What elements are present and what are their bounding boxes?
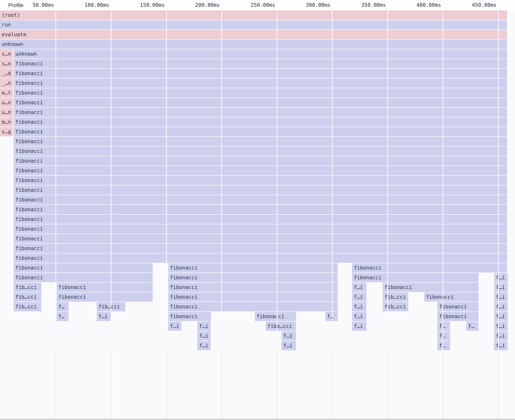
frame-bar[interactable]: f…i — [494, 322, 508, 331]
frame-bar[interactable]: f…i — [494, 331, 508, 341]
frame-bar[interactable]: f…i — [352, 312, 366, 321]
frame-bar[interactable]: fibonacci — [168, 273, 338, 282]
frame-bar[interactable]: fibonacci — [437, 302, 479, 311]
frame-bar[interactable]: e…t — [0, 88, 13, 97]
frame-bar[interactable]: fibonacci — [14, 79, 507, 88]
frame-bar[interactable]: fibonacci — [14, 254, 507, 263]
frame-bar[interactable]: u…n — [0, 108, 13, 117]
frame-bar[interactable]: f…i — [197, 341, 211, 350]
timeline-header: Profile 50.00ms100.00ms150.00ms200.00ms2… — [0, 0, 515, 10]
frame-bar[interactable]: f…i — [352, 292, 366, 302]
frame-bar[interactable]: fibonacci — [14, 156, 507, 166]
frame-bar[interactable]: fibonacci — [14, 88, 507, 97]
frame-bar[interactable]: s…g — [0, 127, 13, 136]
frame-bar[interactable]: (root) — [0, 10, 507, 20]
frame-bar[interactable]: fib…cci — [14, 283, 41, 292]
frame-bar[interactable]: fibonacci — [57, 292, 153, 302]
axis-tick-label: 50.00ms — [32, 0, 54, 10]
frame-bar[interactable]: f…i — [352, 302, 366, 311]
frame-bar[interactable]: fibonacci — [168, 312, 211, 321]
frame-bar[interactable]: f… — [437, 341, 450, 350]
frame-bar[interactable]: _…n — [0, 79, 13, 88]
frame-bar[interactable]: f…i — [352, 322, 366, 331]
frame-bar[interactable]: m…n — [0, 117, 13, 127]
frame-bar[interactable]: fibonacci — [168, 302, 338, 311]
frame-bar[interactable]: fibonacci — [168, 292, 338, 302]
frame-bar[interactable]: f…i — [494, 341, 508, 350]
frame-bar[interactable]: fib…cci — [383, 292, 408, 302]
frame-bar[interactable]: f…i — [282, 331, 296, 341]
frame-bar[interactable]: fibonacci — [424, 292, 479, 302]
frame-bar[interactable]: f…i — [494, 312, 508, 321]
axis-tick-label: 250.00ms — [251, 0, 275, 10]
frame-bar[interactable]: fibonacci — [14, 98, 507, 107]
frame-bar[interactable]: fib…cci — [97, 302, 125, 311]
frame-bar[interactable]: f…i — [494, 283, 508, 292]
horizontal-scrollbar[interactable] — [0, 419, 515, 420]
axis-tick-label: 100.00ms — [85, 0, 109, 10]
frame-bar[interactable]: fibonacci — [168, 283, 338, 292]
frame-bar[interactable]: f…i — [494, 292, 508, 302]
frame-bar[interactable]: f…i — [494, 302, 508, 311]
axis-tick-label: 450.00ms — [472, 0, 497, 10]
frame-bar[interactable]: fib…cci — [14, 292, 41, 302]
frame-bar[interactable]: f…i — [197, 331, 211, 341]
frame-bar[interactable]: u…n — [0, 98, 13, 107]
frame-bar[interactable]: f… — [57, 302, 69, 311]
axis-tick-label: 350.00ms — [361, 0, 386, 10]
axis-tick-label: 300.00ms — [306, 0, 330, 10]
frame-bar[interactable]: s…n — [0, 59, 13, 68]
frame-bar[interactable]: fibonacci — [383, 283, 479, 292]
frame-bar[interactable]: fib…cci — [383, 302, 408, 311]
frame-bar[interactable]: f…i — [282, 341, 296, 350]
frame-bar[interactable]: fibonacci — [14, 195, 507, 204]
frame-bar[interactable]: fibonacci — [14, 244, 507, 253]
frame-bar[interactable]: unknown — [14, 49, 507, 59]
frame-bar[interactable]: fibonacci — [14, 234, 507, 243]
frame-bar[interactable]: _…d — [0, 69, 13, 78]
axis-tick-label: 200.00ms — [195, 0, 220, 10]
axis-tick-label: 150.00ms — [140, 0, 165, 10]
frame-bar[interactable]: f… — [437, 331, 450, 341]
frame-bar[interactable]: f…i — [168, 322, 181, 331]
frame-bar[interactable]: s…n — [0, 49, 13, 59]
frame-bar[interactable]: fibonacci — [14, 273, 153, 282]
frame-bar[interactable]: f… — [466, 322, 479, 331]
frame-bar[interactable]: fibonacci — [14, 224, 507, 234]
frame-bar[interactable]: fibonacci — [14, 176, 507, 185]
frame-bar[interactable]: fibonacci — [14, 69, 507, 78]
frame-bar[interactable]: fibonacci — [14, 166, 507, 175]
frame-bar[interactable]: f… — [57, 312, 69, 321]
frame-bar[interactable]: fibonacci — [14, 137, 507, 146]
frame-bar[interactable]: run — [0, 20, 507, 29]
frame-bar[interactable]: fibonacci — [14, 147, 507, 156]
frame-bar[interactable]: fibonacci — [352, 273, 479, 282]
frame-bar[interactable]: f…i — [197, 322, 211, 331]
frame-bar[interactable]: fibonacci — [57, 283, 153, 292]
frame-bar[interactable]: fibonacci — [14, 59, 507, 68]
axis-tick-label: 400.00ms — [417, 0, 441, 10]
frame-bar[interactable]: fib…cci — [14, 302, 41, 311]
frame-bar[interactable]: fibonacci — [255, 312, 296, 321]
frame-bar[interactable]: fibonacci — [14, 117, 507, 127]
frame-bar[interactable]: fibonacci — [14, 108, 507, 117]
frame-bar[interactable]: fibonacci — [14, 215, 507, 224]
frame-bar[interactable]: fibonacci — [437, 312, 479, 321]
frame-bar[interactable]: f…i — [97, 312, 111, 321]
frame-bar[interactable]: fibo…cci — [266, 322, 296, 331]
frame-bar[interactable]: fibonacci — [352, 263, 507, 272]
frame-bar[interactable]: evaluate — [0, 30, 507, 39]
frame-bar[interactable]: fibonacci — [168, 263, 338, 272]
frame-bar[interactable]: fibonacci — [14, 263, 153, 272]
frame-bar[interactable]: f…i — [494, 273, 508, 282]
frame-bar[interactable]: f… — [325, 312, 338, 321]
flame-chart-view: (root)runevaluateunknowns…nunknowns…nfib… — [0, 0, 515, 420]
frame-bar[interactable]: fibonacci — [14, 185, 507, 195]
frame-bar[interactable]: unknown — [0, 40, 507, 49]
frame-bar[interactable]: f…i — [352, 283, 366, 292]
frame-bar[interactable]: fibonacci — [14, 127, 507, 136]
frame-bar[interactable]: fibonacci — [14, 205, 507, 214]
frame-bar[interactable]: f… — [437, 322, 450, 331]
profile-title: Profile — [8, 0, 23, 10]
